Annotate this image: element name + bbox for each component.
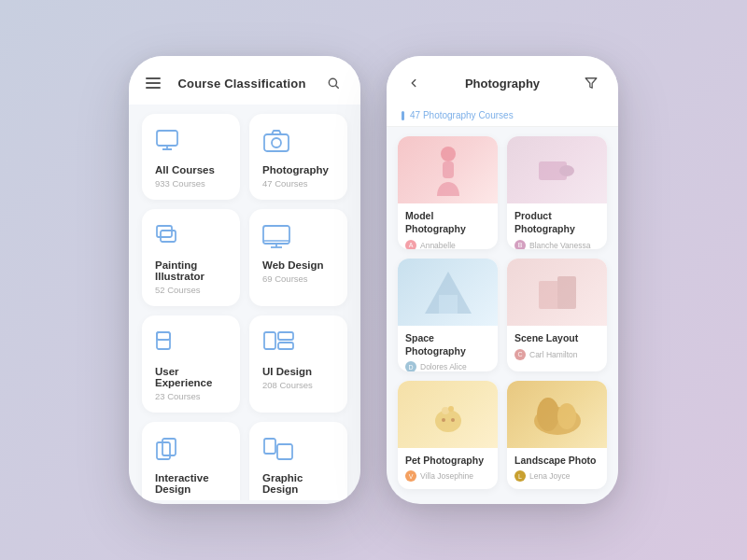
category-name: Painting Illustrator — [155, 259, 227, 282]
author-avatar: V — [405, 470, 416, 482]
author-name: Villa Josephine — [420, 471, 473, 481]
author-avatar: A — [405, 240, 416, 249]
course-title: Space Photography — [405, 332, 490, 357]
course-info: Space Photography D Dolores Alice — [398, 326, 498, 371]
category-name: Graphic Design — [262, 472, 334, 495]
course-title: Landscape Photo — [514, 455, 599, 468]
category-graphic-design[interactable]: Graphic Design 462 Courses — [249, 422, 347, 500]
course-landscape-photo[interactable]: Landscape Photo L Lena Joyce — [507, 381, 607, 490]
svg-rect-30 — [557, 276, 576, 309]
course-product-photography[interactable]: Product Photography B Blanche Vanessa — [507, 136, 607, 249]
course-author: C Carl Hamilton — [514, 349, 599, 360]
course-thumbnail — [507, 136, 607, 203]
course-space-photography[interactable]: Space Photography D Dolores Alice — [398, 259, 498, 371]
monitor-icon — [155, 129, 189, 155]
left-phone: Course Classification All Courses 933 — [129, 56, 360, 504]
category-name: All Courses — [155, 164, 215, 175]
filter-icon[interactable] — [581, 73, 601, 93]
author-avatar: B — [514, 240, 526, 249]
right-header: Photography — [387, 56, 618, 103]
category-name: Interactive Design — [155, 472, 227, 495]
svg-line-1 — [336, 86, 339, 89]
svg-marker-22 — [585, 78, 597, 89]
courses-grid: Model Photography A Annabelle Product — [387, 127, 618, 500]
category-count: 47 Courses — [262, 178, 308, 189]
phones-container: Course Classification All Courses 933 — [129, 56, 618, 504]
categories-grid: All Courses 933 Courses Photography 47 C… — [129, 105, 360, 500]
course-thumbnail — [398, 259, 498, 326]
course-title: Model Photography — [405, 210, 490, 235]
category-web-design[interactable]: Web Design 69 Courses — [249, 209, 347, 306]
back-icon[interactable] — [403, 73, 424, 93]
svg-point-32 — [442, 407, 449, 414]
svg-rect-20 — [264, 439, 275, 454]
category-count: 69 Courses — [262, 273, 308, 284]
author-avatar: L — [514, 470, 526, 482]
course-info: Pet Photography V Villa Josephine — [398, 448, 498, 490]
course-scene-layout[interactable]: Scene Layout C Carl Hamilton — [507, 259, 607, 371]
category-name: User Experience — [155, 366, 227, 388]
author-name: Blanche Vanessa — [529, 241, 591, 249]
course-title: Pet Photography — [405, 455, 490, 468]
course-info: Landscape Photo L Lena Joyce — [507, 448, 607, 490]
svg-rect-7 — [157, 226, 172, 237]
course-author: D Dolores Alice — [405, 361, 490, 371]
svg-rect-8 — [161, 231, 176, 242]
author-name: Lena Joyce — [529, 471, 570, 481]
category-ux[interactable]: User Experience 23 Courses — [142, 315, 240, 413]
svg-rect-13 — [157, 332, 170, 349]
right-phone-title: Photography — [465, 77, 540, 91]
camera-icon — [262, 129, 296, 155]
copy-icon — [155, 437, 189, 463]
course-author: L Lena Joyce — [514, 470, 599, 482]
svg-rect-16 — [278, 332, 293, 340]
layers-icon — [155, 224, 189, 250]
category-count: 462 Courses — [262, 497, 313, 500]
category-count: 933 Courses — [155, 178, 205, 189]
course-thumbnail — [507, 259, 607, 326]
course-author: B Blanche Vanessa — [514, 240, 599, 249]
svg-point-6 — [272, 138, 281, 147]
ux-icon — [155, 330, 189, 357]
course-title: Product Photography — [514, 210, 599, 235]
course-thumbnail — [398, 381, 498, 448]
svg-point-38 — [557, 403, 576, 429]
category-name: UI Design — [262, 366, 312, 377]
svg-rect-17 — [278, 343, 293, 349]
svg-rect-2 — [157, 131, 177, 146]
svg-rect-18 — [157, 442, 170, 459]
desktop-icon — [262, 224, 296, 250]
author-name: Dolores Alice — [420, 362, 467, 371]
svg-rect-15 — [264, 332, 275, 349]
course-info: Model Photography A Annabelle — [398, 203, 498, 249]
category-count: 208 Courses — [262, 380, 313, 390]
svg-rect-28 — [439, 295, 458, 314]
svg-point-34 — [442, 418, 445, 422]
course-author: V Villa Josephine — [405, 470, 490, 482]
svg-point-33 — [448, 406, 454, 412]
course-model-photography[interactable]: Model Photography A Annabelle — [398, 136, 498, 249]
category-interactive[interactable]: Interactive Design 15 Courses — [142, 422, 240, 500]
category-ui-design[interactable]: UI Design 208 Courses — [249, 315, 347, 413]
menu-icon[interactable] — [146, 77, 161, 89]
category-name: Web Design — [262, 259, 324, 271]
svg-rect-19 — [162, 439, 176, 455]
course-thumbnail — [398, 136, 498, 203]
left-header: Course Classification — [129, 56, 360, 105]
search-icon[interactable] — [323, 73, 344, 93]
course-pet-photography[interactable]: Pet Photography V Villa Josephine — [398, 381, 498, 490]
svg-point-35 — [451, 418, 455, 422]
courses-subtitle: 47 Photography Courses — [387, 103, 618, 127]
course-info: Scene Layout C Carl Hamilton — [507, 326, 607, 368]
svg-rect-5 — [264, 134, 289, 151]
category-painting[interactable]: Painting Illustrator 52 Courses — [142, 209, 240, 306]
author-name: Annabelle — [420, 241, 456, 249]
graphic-icon — [262, 437, 296, 463]
svg-point-37 — [537, 398, 559, 431]
category-photography[interactable]: Photography 47 Courses — [249, 114, 347, 200]
category-name: Photography — [262, 164, 329, 175]
category-count: 52 Courses — [155, 285, 201, 295]
category-all-courses[interactable]: All Courses 933 Courses — [142, 114, 240, 200]
category-count: 23 Courses — [155, 391, 201, 401]
category-count: 15 Courses — [155, 497, 201, 500]
